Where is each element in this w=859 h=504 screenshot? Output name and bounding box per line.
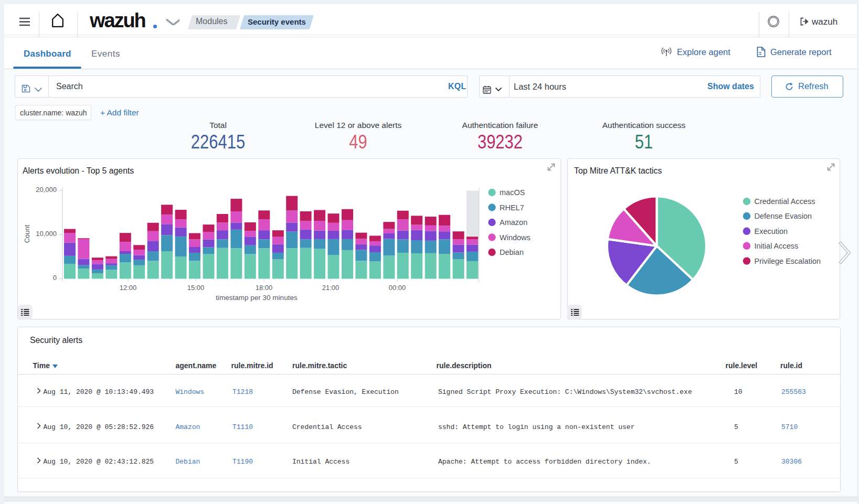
svg-text:Execution: Execution	[754, 227, 788, 235]
svg-text:15:00: 15:00	[187, 284, 205, 292]
svg-text:20,000: 20,000	[36, 186, 57, 194]
svg-text:10,000: 10,000	[36, 230, 57, 238]
svg-text:00:00: 00:00	[389, 284, 406, 292]
svg-text:Count: Count	[23, 224, 31, 243]
svg-text:12:00: 12:00	[120, 284, 137, 292]
svg-text:0: 0	[53, 274, 57, 282]
svg-text:macOS: macOS	[500, 188, 525, 197]
svg-text:timestamp per 30 minutes: timestamp per 30 minutes	[216, 294, 298, 302]
svg-text:RHEL7: RHEL7	[500, 203, 524, 212]
svg-text:Initial Access: Initial Access	[754, 242, 798, 250]
svg-text:Windows: Windows	[500, 233, 531, 242]
svg-text:Privilege Escalation: Privilege Escalation	[754, 257, 821, 265]
svg-text:21:00: 21:00	[322, 284, 340, 292]
svg-text:18:00: 18:00	[256, 284, 273, 292]
svg-text:Amazon: Amazon	[500, 218, 527, 227]
svg-text:Debian: Debian	[500, 248, 524, 256]
svg-text:Defense Evasion: Defense Evasion	[754, 212, 812, 220]
svg-text:Credential Access: Credential Access	[754, 197, 815, 206]
